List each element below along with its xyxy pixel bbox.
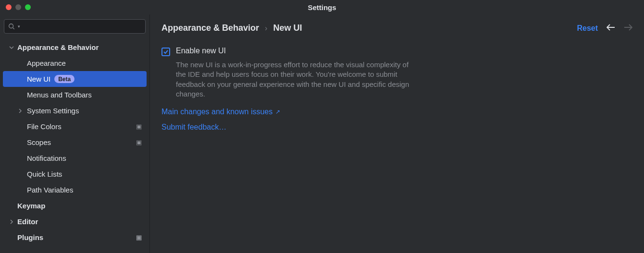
search-input[interactable]: ▾	[4, 19, 146, 34]
setting-description: The new UI is a work-in-progress effort …	[176, 60, 416, 99]
chevron-right-icon	[16, 108, 24, 113]
sidebar-item-plugins[interactable]: Plugins ▣	[3, 229, 147, 245]
project-scope-icon: ▣	[136, 139, 142, 146]
sidebar-item-appearance-behavior[interactable]: Appearance & Behavior	[3, 39, 147, 55]
close-window-icon[interactable]	[6, 4, 12, 10]
sidebar-item-label: Editor	[17, 217, 38, 226]
enable-new-ui-label: Enable new UI	[176, 47, 226, 55]
sidebar-item-label: Keymap	[17, 202, 45, 210]
sidebar-item-label: Quick Lists	[27, 170, 62, 178]
enable-new-ui-checkbox[interactable]	[161, 48, 170, 56]
filter-dropdown-icon[interactable]: ▾	[18, 24, 20, 29]
sidebar-item-label: Notifications	[27, 154, 66, 162]
project-scope-icon: ▣	[136, 123, 142, 130]
sidebar-item-label: Path Variables	[27, 186, 73, 194]
sidebar-item-label: Scopes	[27, 138, 51, 146]
window-title: Settings	[308, 3, 336, 12]
reset-button[interactable]: Reset	[577, 24, 598, 33]
zoom-window-icon[interactable]	[25, 4, 31, 10]
sidebar-item-keymap[interactable]: Keymap	[3, 198, 147, 214]
sidebar-item-new-ui[interactable]: New UI Beta	[3, 71, 147, 87]
sidebar-item-quick-lists[interactable]: Quick Lists	[3, 166, 147, 182]
sidebar-item-system-settings[interactable]: System Settings	[3, 103, 147, 119]
chevron-right-icon	[8, 219, 15, 224]
sidebar-item-path-variables[interactable]: Path Variables	[3, 182, 147, 198]
beta-badge: Beta	[54, 75, 74, 83]
sidebar-item-label: System Settings	[27, 107, 79, 115]
sidebar-item-file-colors[interactable]: File Colors ▣	[3, 119, 147, 134]
main-changes-link[interactable]: Main changes and known issues ↗	[161, 108, 632, 116]
sidebar-item-scopes[interactable]: Scopes ▣	[3, 134, 147, 150]
sidebar-item-label: File Colors	[27, 122, 62, 131]
chevron-down-icon	[8, 45, 15, 50]
breadcrumb-separator-icon: ›	[265, 24, 267, 33]
external-link-icon: ↗	[275, 108, 280, 115]
sidebar-item-label: Plugins	[17, 233, 43, 241]
sidebar-item-label: Appearance	[27, 59, 66, 67]
traffic-lights	[0, 4, 31, 10]
forward-button	[624, 24, 632, 32]
content-pane: Appearance & Behavior › New UI Reset Ena…	[150, 14, 644, 253]
sidebar-item-editor[interactable]: Editor	[3, 214, 147, 229]
sidebar-item-label: New UI	[27, 75, 50, 83]
breadcrumb: Appearance & Behavior › New UI	[161, 23, 302, 33]
svg-point-0	[9, 24, 13, 28]
breadcrumb-current: New UI	[273, 23, 302, 33]
sidebar-item-menus-toolbars[interactable]: Menus and Toolbars	[3, 87, 147, 103]
svg-line-1	[13, 28, 14, 29]
sidebar-item-notifications[interactable]: Notifications	[3, 150, 147, 166]
breadcrumb-parent[interactable]: Appearance & Behavior	[161, 23, 259, 33]
search-icon	[8, 23, 15, 30]
project-scope-icon: ▣	[136, 234, 142, 241]
titlebar: Settings	[0, 0, 644, 14]
sidebar-item-label: Menus and Toolbars	[27, 91, 92, 99]
sidebar-item-appearance[interactable]: Appearance	[3, 55, 147, 71]
settings-tree: Appearance & Behavior Appearance New UI …	[3, 39, 147, 245]
back-button[interactable]	[607, 24, 615, 32]
submit-feedback-link[interactable]: Submit feedback…	[161, 123, 632, 132]
sidebar-item-label: Appearance & Behavior	[17, 43, 99, 51]
minimize-window-icon[interactable]	[15, 4, 21, 10]
sidebar: ▾ Appearance & Behavior Appearance New U…	[0, 14, 150, 253]
